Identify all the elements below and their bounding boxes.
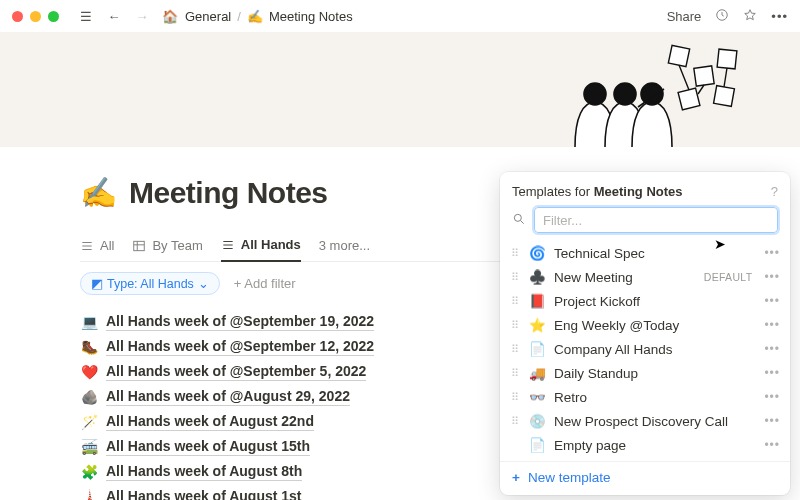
entry-icon: 🗼	[80, 489, 98, 500]
drag-handle-icon[interactable]: ⠿	[510, 391, 520, 404]
svg-rect-4	[678, 88, 700, 110]
template-item[interactable]: ⠿⭐Eng Weekly @Today•••	[500, 313, 790, 337]
more-icon[interactable]: •••	[764, 270, 780, 284]
template-name: Daily Standup	[554, 366, 756, 381]
share-button[interactable]: Share	[667, 9, 702, 24]
drag-handle-icon[interactable]: ⠿	[510, 343, 520, 356]
template-icon: 📄	[528, 341, 546, 357]
search-icon	[512, 212, 526, 229]
template-name: New Meeting	[554, 270, 696, 285]
table-icon	[132, 239, 146, 253]
more-icon[interactable]: •••	[764, 318, 780, 332]
template-icon: 💿	[528, 413, 546, 429]
cover-illustration	[520, 32, 760, 147]
entry-icon: 🧩	[80, 464, 98, 480]
tab-label: By Team	[152, 238, 202, 253]
window-controls	[12, 11, 59, 22]
home-icon[interactable]: 🏠	[161, 9, 179, 24]
tab-label: 3 more...	[319, 238, 370, 253]
template-item[interactable]: ⠿📄Company All Hands•••	[500, 337, 790, 361]
svg-point-10	[614, 83, 636, 105]
drag-handle-icon[interactable]: ⠿	[510, 367, 520, 380]
entry-title: All Hands week of @August 29, 2022	[106, 388, 350, 406]
template-item[interactable]: ⠿📕Project Kickoff•••	[500, 289, 790, 313]
maximize-window-icon[interactable]	[48, 11, 59, 22]
more-icon[interactable]: •••	[764, 366, 780, 380]
drag-handle-icon[interactable]: ⠿	[510, 415, 520, 428]
drag-handle-icon[interactable]: ⠿	[510, 295, 520, 308]
filter-pill-type[interactable]: ◩ Type: All Hands ⌄	[80, 272, 220, 295]
plus-icon: +	[512, 470, 520, 485]
entry-title: All Hands week of August 22nd	[106, 413, 314, 431]
entry-icon: 🥾	[80, 339, 98, 355]
template-icon: 📕	[528, 293, 546, 309]
svg-rect-3	[717, 49, 737, 69]
new-template-button[interactable]: + New template	[500, 461, 790, 487]
svg-line-8	[724, 68, 727, 87]
entry-icon: 🪄	[80, 414, 98, 430]
svg-rect-1	[668, 45, 689, 66]
template-filter-input[interactable]	[534, 207, 778, 233]
template-icon: 🌀	[528, 245, 546, 261]
panel-heading-prefix: Templates for	[512, 184, 594, 199]
template-item[interactable]: ⠿🚚Daily Standup•••	[500, 361, 790, 385]
close-window-icon[interactable]	[12, 11, 23, 22]
svg-line-6	[679, 65, 689, 90]
panel-heading-bold: Meeting Notes	[594, 184, 683, 199]
template-item[interactable]: ⠿💿New Prospect Discovery Call•••	[500, 409, 790, 433]
breadcrumb-item[interactable]: Meeting Notes	[269, 9, 353, 24]
more-icon[interactable]: •••	[771, 9, 788, 24]
entry-icon: 💻	[80, 314, 98, 330]
template-icon: 📄	[528, 437, 546, 453]
back-icon[interactable]: ←	[105, 9, 123, 24]
breadcrumb-item[interactable]: General	[185, 9, 231, 24]
entry-title: All Hands week of @September 5, 2022	[106, 363, 366, 381]
tab-by-team[interactable]: By Team	[132, 230, 202, 262]
page-icon[interactable]: ✍️	[80, 175, 117, 210]
more-icon[interactable]: •••	[764, 342, 780, 356]
template-icon: 👓	[528, 389, 546, 405]
template-name: Empty page	[554, 438, 756, 453]
template-icon: ⭐	[528, 317, 546, 333]
new-template-label: New template	[528, 470, 611, 485]
tab-label: All Hands	[241, 237, 301, 252]
template-name: Eng Weekly @Today	[554, 318, 756, 333]
template-item[interactable]: 📄Empty page•••	[500, 433, 790, 457]
more-icon[interactable]: •••	[764, 246, 780, 260]
entry-title: All Hands week of August 8th	[106, 463, 302, 481]
tab-label: All	[100, 238, 114, 253]
template-item[interactable]: ⠿🌀Technical Spec•••	[500, 241, 790, 265]
entry-icon: 🚎	[80, 439, 98, 455]
menu-icon[interactable]: ☰	[77, 9, 95, 24]
template-item[interactable]: ⠿👓Retro•••	[500, 385, 790, 409]
star-icon[interactable]	[743, 8, 757, 25]
tab-all[interactable]: All	[80, 230, 114, 262]
templates-list: ⠿🌀Technical Spec•••⠿♣️New MeetingDEFAULT…	[500, 241, 790, 457]
svg-point-13	[514, 214, 521, 221]
breadcrumb-sep: /	[237, 9, 241, 24]
drag-handle-icon[interactable]: ⠿	[510, 247, 520, 260]
entry-title: All Hands week of August 15th	[106, 438, 310, 456]
forward-icon[interactable]: →	[133, 9, 151, 24]
help-icon[interactable]: ?	[771, 184, 778, 199]
more-icon[interactable]: •••	[764, 414, 780, 428]
template-icon: 🚚	[528, 365, 546, 381]
entry-icon: ❤️	[80, 364, 98, 380]
entry-title: All Hands week of @September 19, 2022	[106, 313, 374, 331]
templates-panel: Templates for Meeting Notes ? ⠿🌀Technica…	[500, 172, 790, 495]
history-icon[interactable]	[715, 8, 729, 25]
drag-handle-icon[interactable]: ⠿	[510, 319, 520, 332]
drag-handle-icon[interactable]: ⠿	[510, 271, 520, 284]
more-icon[interactable]: •••	[764, 438, 780, 452]
template-name: Technical Spec	[554, 246, 756, 261]
more-icon[interactable]: •••	[764, 390, 780, 404]
tabs-more[interactable]: 3 more...	[319, 230, 370, 262]
add-filter-button[interactable]: + Add filter	[234, 276, 296, 291]
more-icon[interactable]: •••	[764, 294, 780, 308]
template-item[interactable]: ⠿♣️New MeetingDEFAULT•••	[500, 265, 790, 289]
tab-all-hands[interactable]: All Hands	[221, 230, 301, 262]
list-icon	[221, 238, 235, 252]
breadcrumb-page-icon: ✍️	[247, 9, 263, 24]
minimize-window-icon[interactable]	[30, 11, 41, 22]
page-title-text[interactable]: Meeting Notes	[129, 176, 328, 210]
